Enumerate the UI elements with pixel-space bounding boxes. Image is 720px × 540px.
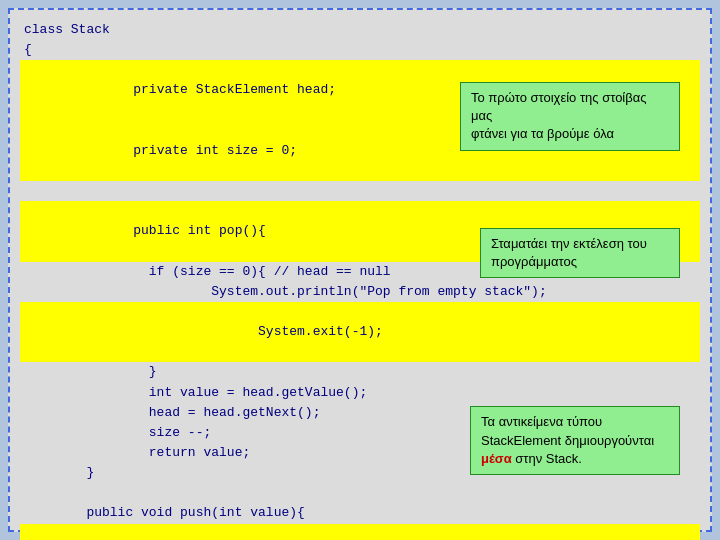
code-line-16 — [24, 483, 700, 503]
main-container: class Stack { private StackElement head;… — [0, 0, 720, 540]
code-text-4: private int size = 0; — [71, 143, 297, 158]
code-line-8: System.out.println("Pop from empty stack… — [24, 282, 700, 302]
tooltip-3: Τα αντικείμενα τύπου StackElement δημιου… — [470, 406, 680, 475]
code-text-9: System.exit(-1); — [71, 324, 383, 339]
code-line-17: public void push(int value){ — [24, 503, 700, 523]
code-line-18: StackElement element = new StackElement(… — [20, 524, 700, 540]
code-line-10: } — [24, 362, 700, 382]
tooltip-2-text: Σταματάει την εκτέλεση του προγράμματος — [491, 236, 647, 269]
code-line-1: class Stack — [24, 20, 700, 40]
code-text-3: private StackElement head; — [71, 82, 336, 97]
tooltip-3-text: Τα αντικείμενα τύπου StackElement δημιου… — [481, 414, 654, 465]
code-text-6: public int pop(){ — [71, 223, 266, 238]
code-line-2: { — [24, 40, 700, 60]
tooltip-2: Σταματάει την εκτέλεση του προγράμματος — [480, 228, 680, 278]
code-box: class Stack { private StackElement head;… — [8, 8, 712, 532]
code-line-11: int value = head.getValue(); — [24, 383, 700, 403]
tooltip-1: Το πρώτο στοιχείο της στοίβας μας φτάνει… — [460, 82, 680, 151]
code-line-9: System.exit(-1); — [20, 302, 700, 362]
tooltip-1-text: Το πρώτο στοιχείο της στοίβας μας φτάνει… — [471, 90, 647, 141]
code-line-5 — [24, 181, 700, 201]
